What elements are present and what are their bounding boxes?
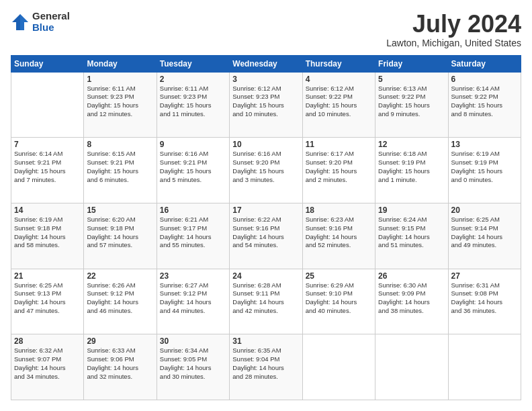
calendar-cell: 25Sunrise: 6:29 AM Sunset: 9:10 PM Dayli… bbox=[302, 269, 375, 334]
calendar-cell: 11Sunrise: 6:17 AM Sunset: 9:20 PM Dayli… bbox=[302, 138, 375, 203]
day-info: Sunrise: 6:30 AM Sunset: 9:09 PM Dayligh… bbox=[378, 281, 445, 316]
day-info: Sunrise: 6:14 AM Sunset: 9:21 PM Dayligh… bbox=[14, 150, 81, 184]
day-info: Sunrise: 6:20 AM Sunset: 9:18 PM Dayligh… bbox=[87, 216, 153, 250]
calendar-cell: 27Sunrise: 6:31 AM Sunset: 9:08 PM Dayli… bbox=[448, 269, 521, 334]
day-info: Sunrise: 6:34 AM Sunset: 9:05 PM Dayligh… bbox=[160, 347, 226, 381]
calendar-table: SundayMondayTuesdayWednesdayThursdayFrid… bbox=[11, 55, 521, 400]
day-info: Sunrise: 6:26 AM Sunset: 9:12 PM Dayligh… bbox=[87, 281, 153, 316]
day-info: Sunrise: 6:33 AM Sunset: 9:06 PM Dayligh… bbox=[87, 347, 153, 381]
calendar-day-header: Thursday bbox=[302, 55, 375, 72]
calendar-cell: 9Sunrise: 6:16 AM Sunset: 9:21 PM Daylig… bbox=[157, 138, 229, 203]
day-number: 15 bbox=[87, 205, 153, 215]
calendar-day-header: Monday bbox=[84, 55, 157, 72]
calendar-cell bbox=[11, 72, 84, 138]
day-number: 30 bbox=[160, 336, 226, 346]
day-info: Sunrise: 6:17 AM Sunset: 9:20 PM Dayligh… bbox=[306, 150, 372, 184]
calendar-cell: 21Sunrise: 6:25 AM Sunset: 9:13 PM Dayli… bbox=[11, 269, 84, 334]
calendar-cell: 30Sunrise: 6:34 AM Sunset: 9:05 PM Dayli… bbox=[157, 334, 229, 400]
day-info: Sunrise: 6:21 AM Sunset: 9:17 PM Dayligh… bbox=[160, 216, 226, 250]
calendar-cell: 15Sunrise: 6:20 AM Sunset: 9:18 PM Dayli… bbox=[84, 203, 157, 269]
calendar-cell: 2Sunrise: 6:11 AM Sunset: 9:23 PM Daylig… bbox=[157, 72, 229, 138]
calendar-cell: 1Sunrise: 6:11 AM Sunset: 9:23 PM Daylig… bbox=[84, 72, 157, 138]
day-info: Sunrise: 6:25 AM Sunset: 9:13 PM Dayligh… bbox=[14, 281, 81, 316]
day-info: Sunrise: 6:11 AM Sunset: 9:23 PM Dayligh… bbox=[160, 85, 226, 119]
day-info: Sunrise: 6:12 AM Sunset: 9:22 PM Dayligh… bbox=[306, 85, 372, 119]
calendar-cell: 17Sunrise: 6:22 AM Sunset: 9:16 PM Dayli… bbox=[230, 203, 302, 269]
calendar-cell: 22Sunrise: 6:26 AM Sunset: 9:12 PM Dayli… bbox=[84, 269, 157, 334]
calendar-cell: 12Sunrise: 6:18 AM Sunset: 9:19 PM Dayli… bbox=[375, 138, 448, 203]
calendar-week-row: 7Sunrise: 6:14 AM Sunset: 9:21 PM Daylig… bbox=[11, 138, 521, 203]
calendar-cell: 3Sunrise: 6:12 AM Sunset: 9:23 PM Daylig… bbox=[230, 72, 302, 138]
day-number: 31 bbox=[232, 336, 299, 346]
day-number: 21 bbox=[14, 271, 81, 281]
day-info: Sunrise: 6:31 AM Sunset: 9:08 PM Dayligh… bbox=[451, 281, 518, 316]
calendar-cell: 26Sunrise: 6:30 AM Sunset: 9:09 PM Dayli… bbox=[375, 269, 448, 334]
day-info: Sunrise: 6:15 AM Sunset: 9:21 PM Dayligh… bbox=[87, 150, 153, 184]
day-number: 5 bbox=[378, 75, 445, 84]
day-info: Sunrise: 6:25 AM Sunset: 9:14 PM Dayligh… bbox=[451, 216, 518, 250]
logo-text: General Blue bbox=[32, 11, 70, 33]
calendar-week-row: 14Sunrise: 6:19 AM Sunset: 9:18 PM Dayli… bbox=[11, 203, 521, 269]
calendar-cell: 23Sunrise: 6:27 AM Sunset: 9:12 PM Dayli… bbox=[157, 269, 229, 334]
calendar-day-header: Tuesday bbox=[157, 55, 229, 72]
day-number: 29 bbox=[87, 336, 153, 346]
calendar-cell: 10Sunrise: 6:16 AM Sunset: 9:20 PM Dayli… bbox=[230, 138, 302, 203]
day-number: 20 bbox=[451, 205, 518, 215]
calendar-cell: 6Sunrise: 6:14 AM Sunset: 9:22 PM Daylig… bbox=[448, 72, 521, 138]
calendar-week-row: 28Sunrise: 6:32 AM Sunset: 9:07 PM Dayli… bbox=[11, 334, 521, 400]
day-info: Sunrise: 6:28 AM Sunset: 9:11 PM Dayligh… bbox=[232, 281, 299, 316]
day-number: 24 bbox=[232, 271, 299, 281]
day-number: 22 bbox=[87, 271, 153, 281]
calendar-cell: 20Sunrise: 6:25 AM Sunset: 9:14 PM Dayli… bbox=[448, 203, 521, 269]
subtitle: Lawton, Michigan, United States bbox=[386, 38, 521, 48]
calendar-cell: 4Sunrise: 6:12 AM Sunset: 9:22 PM Daylig… bbox=[302, 72, 375, 138]
day-info: Sunrise: 6:19 AM Sunset: 9:18 PM Dayligh… bbox=[14, 216, 81, 250]
day-number: 16 bbox=[160, 205, 226, 215]
day-info: Sunrise: 6:16 AM Sunset: 9:20 PM Dayligh… bbox=[232, 150, 299, 184]
logo: General Blue bbox=[11, 11, 70, 33]
day-info: Sunrise: 6:19 AM Sunset: 9:19 PM Dayligh… bbox=[451, 150, 518, 184]
day-number: 3 bbox=[232, 75, 299, 84]
day-number: 8 bbox=[87, 140, 153, 149]
calendar-cell: 24Sunrise: 6:28 AM Sunset: 9:11 PM Dayli… bbox=[230, 269, 302, 334]
day-number: 25 bbox=[306, 271, 372, 281]
day-number: 27 bbox=[451, 271, 518, 281]
day-info: Sunrise: 6:11 AM Sunset: 9:23 PM Dayligh… bbox=[87, 85, 153, 119]
day-info: Sunrise: 6:24 AM Sunset: 9:15 PM Dayligh… bbox=[378, 216, 445, 250]
day-number: 4 bbox=[306, 75, 372, 84]
day-number: 28 bbox=[14, 336, 81, 346]
day-number: 7 bbox=[14, 140, 81, 149]
calendar-cell bbox=[375, 334, 448, 400]
title-block: July 2024 Lawton, Michigan, United State… bbox=[386, 11, 521, 48]
day-info: Sunrise: 6:35 AM Sunset: 9:04 PM Dayligh… bbox=[232, 347, 299, 381]
day-number: 14 bbox=[14, 205, 81, 215]
calendar-cell: 5Sunrise: 6:13 AM Sunset: 9:22 PM Daylig… bbox=[375, 72, 448, 138]
page: General Blue July 2024 Lawton, Michigan,… bbox=[0, 0, 532, 411]
day-number: 13 bbox=[451, 140, 518, 149]
day-info: Sunrise: 6:14 AM Sunset: 9:22 PM Dayligh… bbox=[451, 85, 518, 119]
calendar-body: 1Sunrise: 6:11 AM Sunset: 9:23 PM Daylig… bbox=[11, 72, 521, 400]
calendar-cell: 19Sunrise: 6:24 AM Sunset: 9:15 PM Dayli… bbox=[375, 203, 448, 269]
day-info: Sunrise: 6:18 AM Sunset: 9:19 PM Dayligh… bbox=[378, 150, 445, 184]
calendar-cell bbox=[448, 334, 521, 400]
calendar-day-header: Sunday bbox=[11, 55, 84, 72]
day-info: Sunrise: 6:12 AM Sunset: 9:23 PM Dayligh… bbox=[232, 85, 299, 119]
day-number: 1 bbox=[87, 75, 153, 84]
calendar-cell: 18Sunrise: 6:23 AM Sunset: 9:16 PM Dayli… bbox=[302, 203, 375, 269]
calendar-cell: 14Sunrise: 6:19 AM Sunset: 9:18 PM Dayli… bbox=[11, 203, 84, 269]
header: General Blue July 2024 Lawton, Michigan,… bbox=[11, 11, 521, 48]
calendar-week-row: 1Sunrise: 6:11 AM Sunset: 9:23 PM Daylig… bbox=[11, 72, 521, 138]
calendar-cell: 29Sunrise: 6:33 AM Sunset: 9:06 PM Dayli… bbox=[84, 334, 157, 400]
day-info: Sunrise: 6:29 AM Sunset: 9:10 PM Dayligh… bbox=[306, 281, 372, 316]
calendar-day-header: Friday bbox=[375, 55, 448, 72]
day-number: 9 bbox=[160, 140, 226, 149]
day-number: 17 bbox=[232, 205, 299, 215]
day-info: Sunrise: 6:16 AM Sunset: 9:21 PM Dayligh… bbox=[160, 150, 226, 184]
day-number: 2 bbox=[160, 75, 226, 84]
calendar-cell: 13Sunrise: 6:19 AM Sunset: 9:19 PM Dayli… bbox=[448, 138, 521, 203]
day-info: Sunrise: 6:13 AM Sunset: 9:22 PM Dayligh… bbox=[378, 85, 445, 119]
calendar-week-row: 21Sunrise: 6:25 AM Sunset: 9:13 PM Dayli… bbox=[11, 269, 521, 334]
calendar-cell: 28Sunrise: 6:32 AM Sunset: 9:07 PM Dayli… bbox=[11, 334, 84, 400]
calendar-header-row: SundayMondayTuesdayWednesdayThursdayFrid… bbox=[11, 55, 521, 72]
day-number: 12 bbox=[378, 140, 445, 149]
